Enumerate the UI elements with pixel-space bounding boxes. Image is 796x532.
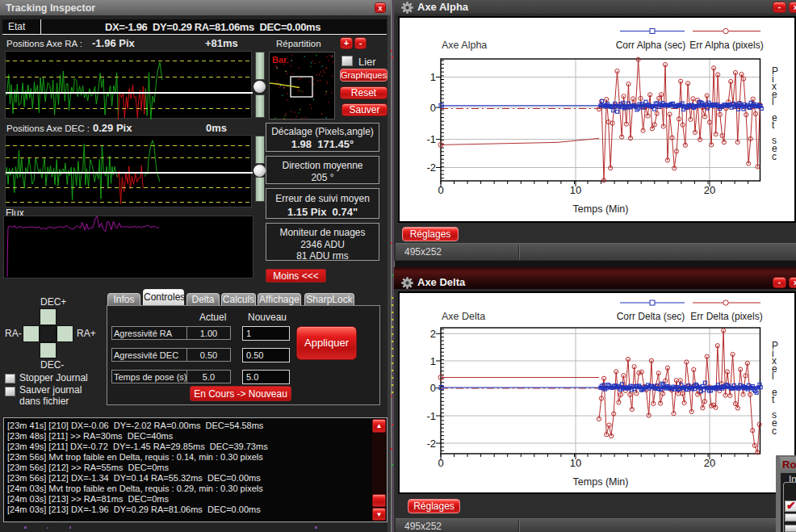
svg-text:10: 10 bbox=[570, 457, 581, 469]
svg-text:-2: -2 bbox=[426, 438, 436, 450]
svg-text:0: 0 bbox=[438, 184, 443, 196]
svg-text:20: 20 bbox=[704, 457, 715, 469]
svg-text:1: 1 bbox=[430, 355, 436, 367]
svg-text:Axe Delta: Axe Delta bbox=[442, 311, 485, 322]
svg-text:-1: -1 bbox=[426, 133, 436, 145]
svg-text:2: 2 bbox=[430, 328, 436, 340]
svg-text:0: 0 bbox=[430, 102, 436, 114]
svg-text:-1: -1 bbox=[426, 410, 436, 422]
svg-text:Corr Delta (sec): Corr Delta (sec) bbox=[617, 311, 685, 322]
svg-text:0: 0 bbox=[438, 457, 443, 469]
svg-text:20: 20 bbox=[704, 184, 715, 196]
svg-text:l: l bbox=[772, 96, 774, 107]
svg-text:10: 10 bbox=[570, 184, 581, 196]
svg-text:Temps (Min): Temps (Min) bbox=[573, 476, 629, 488]
svg-text:l: l bbox=[772, 371, 774, 382]
svg-text:Err Delta (pixels): Err Delta (pixels) bbox=[690, 311, 762, 322]
svg-text:Err Alpha (pixels): Err Alpha (pixels) bbox=[689, 40, 763, 51]
svg-text:Bar.: Bar. bbox=[272, 55, 289, 65]
svg-text:c: c bbox=[772, 425, 777, 437]
svg-text:Temps (Min): Temps (Min) bbox=[573, 203, 629, 215]
svg-text:-2: -2 bbox=[426, 161, 436, 174]
svg-text:Axe Alpha: Axe Alpha bbox=[442, 40, 487, 51]
svg-text:0: 0 bbox=[430, 382, 436, 394]
svg-text:Corr Alpha (sec): Corr Alpha (sec) bbox=[616, 40, 686, 51]
svg-text:1: 1 bbox=[430, 71, 436, 83]
svg-text:c: c bbox=[772, 151, 777, 162]
